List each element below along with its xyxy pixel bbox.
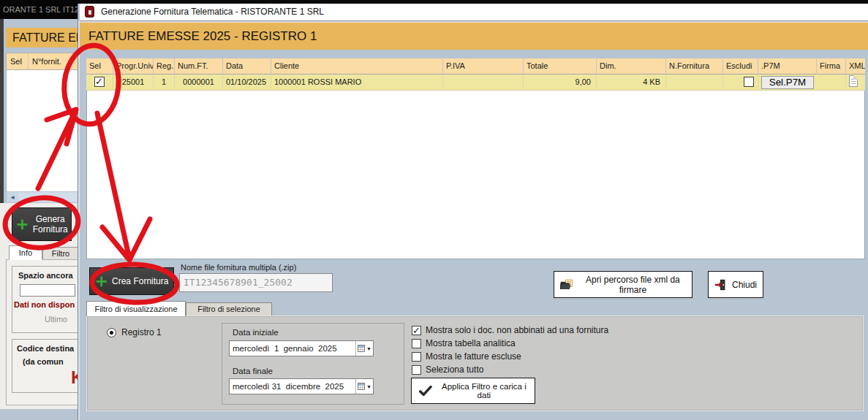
row-dim: 4 KB <box>597 75 666 91</box>
crea-fornitura-button[interactable]: + Crea Fornitura <box>89 267 174 295</box>
col-progr-univo: Progr.Univo <box>113 58 154 75</box>
background-window-titlebar: ORANTE 1 SRL IT123 <box>0 0 79 19</box>
row-progr-univoco: 25001 <box>113 75 154 91</box>
fornitura-col-nfornit: N°fornit. <box>29 53 50 69</box>
ultimo-text: Ultimo <box>45 315 67 324</box>
applica-filtro-label: Applica Filtro e carica i dati <box>439 382 529 400</box>
row-piva <box>443 75 524 91</box>
col-escludi: Escludi <box>723 58 758 75</box>
tab-filtro-selezione[interactable]: Filtro di selezione <box>186 302 272 316</box>
spazio-input[interactable] <box>20 284 75 297</box>
checkmark-icon <box>419 385 432 397</box>
col-firma: Firma <box>817 58 846 75</box>
data-finale-field[interactable]: mercoledì 31 dicembre 2025 ▼ <box>229 378 374 394</box>
spazio-title: Spazio ancora <box>18 271 73 280</box>
exit-door-icon <box>714 278 726 292</box>
fornitura-list-hscrollbar[interactable]: ◂ <box>6 191 79 203</box>
app-icon <box>85 6 94 18</box>
codice-group-box: Codice destina (da comun K <box>12 339 79 393</box>
genera-fornitura-button[interactable]: + GeneraFornitura <box>12 207 72 241</box>
data-finale-calendar-button[interactable]: ▼ <box>355 379 373 394</box>
registro-radio-row[interactable]: Registro 1 <box>107 327 162 337</box>
page-title: FATTURE EMESSE 2025 - REGISTRO 1 <box>80 23 868 50</box>
row-escludi-checkbox[interactable] <box>744 77 754 87</box>
registro-radio-label: Registro 1 <box>121 327 162 337</box>
data-iniziale-calendar-button[interactable]: ▼ <box>355 341 373 356</box>
scroll-left-icon[interactable]: ◂ <box>7 192 18 202</box>
chiudi-label: Chiudi <box>732 280 757 290</box>
screen: ORANTE 1 SRL IT123 FATTURE EM Sel N°forn… <box>0 0 868 420</box>
checkbox-label: Mostra tabella analitica <box>426 338 516 348</box>
plus-icon: + <box>15 218 29 230</box>
xml-document-icon[interactable] <box>849 75 858 87</box>
col-n-fornitura: N.Fornitura <box>666 58 723 75</box>
zip-filename-input[interactable]: IT12345678901_25002 <box>179 273 333 292</box>
window-left-edge <box>78 20 80 420</box>
open-folder-icon <box>560 278 574 291</box>
zip-filename-label: Nome file fornitura multipla (.zip) <box>181 263 296 272</box>
calendar-icon <box>358 383 365 390</box>
checkbox-label: Mostra le fatture escluse <box>426 351 521 362</box>
invoice-table-header: Sel Progr.Univo Reg. Num.FT. Data Client… <box>86 58 865 75</box>
row-sel-checkbox[interactable] <box>94 77 105 87</box>
dropdown-arrow-icon: ▼ <box>366 346 371 351</box>
tab-info[interactable]: Info <box>9 245 42 260</box>
row-cliente: 1000001 ROSSI MARIO <box>271 75 443 91</box>
col-num-ft: Num.FT. <box>175 58 223 75</box>
row-n-fornitura <box>666 75 723 91</box>
apri-percorso-button[interactable]: Apri percorso file xml da firmare <box>554 271 692 298</box>
generazione-fornitura-window: Generazione Fornitura Telematica - RISTO… <box>0 0 868 420</box>
checkbox-seleziona-tutto[interactable]: Seleziona tutto <box>412 364 483 375</box>
applica-filtro-button[interactable]: Applica Filtro e carica i dati <box>411 378 535 404</box>
crea-fornitura-label: Crea Fornitura <box>112 276 168 286</box>
col-xml: XML <box>846 58 865 75</box>
apri-percorso-label: Apri percorso file xml da firmare <box>580 275 686 295</box>
data-iniziale-label: Data iniziale <box>233 328 279 337</box>
spazio-group-box: Spazio ancora Dati non dispon Ultimo <box>12 266 79 333</box>
col-cliente: Cliente <box>271 58 443 75</box>
checkbox[interactable] <box>412 365 421 375</box>
genera-fornitura-label: GeneraFornitura <box>33 214 68 234</box>
data-finale-label: Data finale <box>233 367 273 375</box>
codice-title: Codice destina <box>17 344 74 353</box>
checkbox[interactable] <box>412 326 421 335</box>
checkbox-mostra-fatture-escluse[interactable]: Mostra le fatture escluse <box>412 351 521 362</box>
checkbox-label: Mostra solo i doc. non abbinati ad una f… <box>426 325 608 335</box>
col-dim: Dim. <box>597 58 666 75</box>
registro-radio[interactable] <box>107 328 116 337</box>
tab-filtro[interactable]: Filtro <box>42 247 79 260</box>
dati-warning-text: Dati non dispon <box>14 300 75 309</box>
col-piva: P.IVA <box>443 58 524 75</box>
window-title: Generazione Fornitura Telematica - RISTO… <box>101 7 324 17</box>
row-firma <box>817 75 846 91</box>
col-p7m: .P7M <box>758 58 817 75</box>
codice-subtitle: (da comun <box>23 357 64 366</box>
checkbox-mostra-tabella-analitica[interactable]: Mostra tabella analitica <box>412 338 516 348</box>
fornitura-col-sel: Sel <box>7 53 29 69</box>
data-iniziale-field[interactable]: mercoledì 1 gennaio 2025 ▼ <box>229 340 374 356</box>
checkbox[interactable] <box>412 339 421 348</box>
checkbox[interactable] <box>412 352 421 362</box>
sel-p7m-button[interactable]: Sel.P7M <box>761 76 814 89</box>
data-iniziale-value: mercoledì 1 gennaio 2025 <box>230 344 355 353</box>
col-sel: Sel <box>86 58 113 75</box>
fornitura-list-body <box>6 70 79 191</box>
dropdown-arrow-icon: ▼ <box>366 384 371 389</box>
checkbox-label: Seleziona tutto <box>426 364 483 375</box>
row-totale: 9,00 <box>524 75 597 91</box>
col-totale: Totale <box>524 58 597 75</box>
row-registro: 1 <box>154 75 175 91</box>
plus-icon: + <box>95 275 108 287</box>
fornitura-list-header: Sel N°fornit. <box>6 53 79 70</box>
background-bottom-strip <box>0 409 79 420</box>
chiudi-button[interactable]: Chiudi <box>708 271 763 298</box>
calendar-icon <box>358 345 365 352</box>
col-reg: Reg. <box>154 58 175 75</box>
row-data: 01/10/2025 <box>223 75 271 91</box>
checkbox-mostra-solo-doc[interactable]: Mostra solo i doc. non abbinati ad una f… <box>412 325 608 335</box>
background-page-title: FATTURE EM <box>6 28 79 47</box>
row-num-ft: 0000001 <box>175 75 223 91</box>
data-finale-value: mercoledì 31 dicembre 2025 <box>230 382 355 391</box>
col-data: Data <box>223 58 271 75</box>
tab-filtro-visualizzazione[interactable]: Filtro di visualizzazione <box>86 301 186 316</box>
